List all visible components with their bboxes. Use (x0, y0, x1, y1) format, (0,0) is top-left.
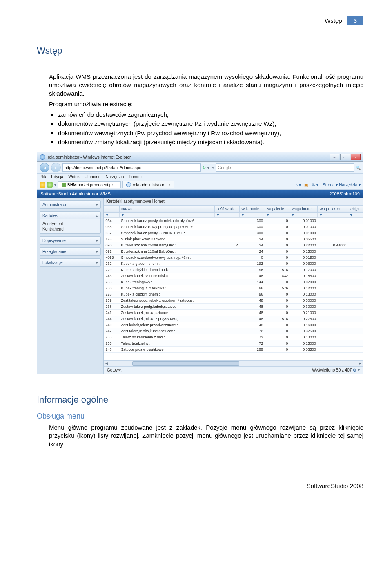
menu-item[interactable]: Edycja (51, 175, 63, 179)
tab-2[interactable]: rola administrator× (122, 181, 174, 188)
accordion-header[interactable]: Dopisywanie▾ (40, 237, 100, 244)
table-row[interactable]: 248Sztucce proste plastikowe :28800.0350… (104, 347, 363, 353)
page-number: 3 (347, 16, 363, 25)
table-row[interactable]: 230Kubek trening. z maskotką :965760.120… (104, 285, 363, 291)
sidebar: Administrator▾Kartoteki▴AsortymentKontra… (37, 198, 104, 374)
horizontal-scrollbar[interactable]: ◄► (104, 360, 363, 366)
list-item: dokumentów zmiany lokalizacji (przesunię… (58, 138, 363, 146)
window-titlebar: rola administrator - Windows Internet Ex… (37, 152, 363, 162)
accordion-header[interactable]: Lokalizacje▾ (40, 259, 100, 266)
address-bar[interactable] (62, 163, 201, 172)
sidebar-item[interactable]: Asortyment (42, 221, 98, 226)
search-icon[interactable]: ✕ (211, 166, 214, 170)
column-header[interactable]: Waga brutto (290, 206, 317, 213)
back-button[interactable]: ◄ (40, 163, 49, 172)
page-footer: SoftwareStudio 2008 (37, 481, 363, 489)
page-header: Wstęp 3 (37, 16, 363, 25)
add-favorite-icon[interactable] (47, 182, 53, 188)
menu-item[interactable]: Widok (68, 175, 80, 179)
status-right: Wyświetlono 50 z 407 ⚙ ▾ (312, 368, 360, 372)
table-row[interactable]: ~059Smoczek szerokootworowy ucz.trojp.+3… (104, 255, 363, 261)
print-icon[interactable]: 🖶 ▾ (311, 183, 318, 187)
column-header[interactable]: Objęt (348, 206, 363, 213)
app-user: 2008S\bhm109 (329, 191, 360, 196)
status-left: Gotowy. (107, 368, 122, 372)
table-row[interactable]: 239Zest.talerz podg.kubek z grz.dnem+szt… (104, 298, 363, 304)
maximize-button[interactable]: ▭ (340, 154, 350, 160)
table-row[interactable]: 247Zest.talerz,miska,kubek,sztucce :7200… (104, 328, 363, 334)
tab-bar: ▾ BHMmarket producent pr… rola administr… (37, 180, 363, 190)
heading-info: Informacje ogólne (37, 394, 363, 406)
filter-cell[interactable]: ▼ (239, 213, 265, 218)
close-button[interactable]: × (351, 154, 361, 160)
table-row[interactable]: 232Kubek z grzech. dnem :19200.06000 (104, 261, 363, 267)
filter-cell[interactable]: ▼ (120, 213, 215, 218)
list-item: zamówień do dostawców zagranicznych, (58, 111, 363, 119)
app-screenshot: rola administrator - Windows Internet Ex… (37, 152, 363, 374)
table-row[interactable]: 037Smoczek kaucz.prosty JUNIOR 18m+ :300… (104, 230, 363, 236)
table-row[interactable]: 236Talerz trójdzielny :7200.15000 (104, 340, 363, 347)
page-tools[interactable]: Strona ▾ Narzędzia ▾ (323, 183, 361, 187)
filter-cell[interactable]: ▼ (348, 213, 363, 218)
column-header[interactable] (104, 206, 120, 213)
table-row[interactable]: 233Kubek treningowy :14400.07000 (104, 279, 363, 285)
column-header[interactable]: W kartonie (239, 206, 265, 213)
heading-menu: Obsługa menu (37, 412, 363, 421)
column-header[interactable]: Ilość sztuk (215, 206, 240, 213)
feeds-icon[interactable]: ▣ (304, 183, 308, 187)
table-row[interactable]: 035Smoczek kauczukowy prosty do papek 6m… (104, 224, 363, 230)
ie-icon (40, 154, 45, 160)
menu-item[interactable]: Ulubione (85, 175, 100, 179)
table-row[interactable]: 128Śliniak plastikowy Babyono :2400.0550… (104, 236, 363, 242)
menu-item[interactable]: Narzędzia (105, 175, 124, 179)
accordion-header[interactable]: Administrator▾ (40, 201, 100, 208)
window-title: rola administrator - Windows Internet Ex… (48, 155, 327, 159)
paragraph-list-intro: Program umożliwia rejestrację: (49, 100, 363, 108)
forward-button[interactable]: ► (51, 163, 61, 172)
filter-cell[interactable]: ▼ (290, 213, 317, 218)
accordion-header[interactable]: Kartoteki▴ (40, 212, 100, 219)
minimize-button[interactable]: – (330, 154, 339, 160)
favorites-icon[interactable] (40, 182, 45, 188)
table-row[interactable]: 243Zestaw kubek sztucce miska :484320.18… (104, 273, 363, 279)
sidebar-item[interactable]: Kontrahenci (42, 226, 98, 232)
home-icon[interactable]: ⌂ ▾ (296, 183, 301, 187)
filter-cell[interactable]: ▼ (265, 213, 290, 218)
column-header[interactable]: Waga TOTAL (318, 206, 348, 213)
table-row[interactable]: 228Kubek z ciężkim dnem :9600.13000 (104, 291, 363, 298)
list-item: dokumentów zewnętrznych (przyjęcie zewnę… (58, 120, 363, 128)
table-row[interactable]: 235Talerz do karmienia z rękí :7200.1300… (104, 334, 363, 340)
menu-item[interactable]: Pomoc (129, 175, 141, 179)
column-header[interactable]: Na palecie (265, 206, 290, 213)
search-box[interactable] (216, 163, 354, 172)
table-header-row: NazwaIlość sztukW kartonieNa palecieWaga… (104, 206, 363, 213)
table-row[interactable]: 244Zestaw kubek,miska z przyssawką :4857… (104, 316, 363, 322)
menu-item[interactable]: Plik (40, 175, 46, 179)
grid-title: Kartoteki asortymentowe Hornet (104, 198, 363, 205)
bullet-list: zamówień do dostawców zagranicznych,doku… (58, 111, 363, 146)
heading-wstep: Wstęp (37, 45, 363, 57)
table-row[interactable]: 241Zestaw kubek,miska,sztucce :4800.2100… (104, 310, 363, 316)
list-item: dokumentów wewnętrznych (Pw przychód wew… (58, 129, 363, 137)
tab-1[interactable]: BHMmarket producent pr… (58, 181, 121, 188)
table-row[interactable]: 240Zest.kubek,talerz przeciw.sztucce :48… (104, 322, 363, 328)
header-label: Wstęp (325, 17, 342, 24)
table-row[interactable]: 229Kubek z ciężkim dnem i podz. :965760.… (104, 267, 363, 273)
table-row[interactable]: 090Butelka szklana 250ml BabyOno :22400.… (104, 242, 363, 249)
table-row[interactable]: 238Zestaw talerz podg.kubek,sztucce :480… (104, 304, 363, 310)
filter-cell[interactable]: ▼ (318, 213, 348, 218)
paragraph-menu: Menu główne programu zbudowane jest z za… (49, 423, 363, 448)
status-bar: Gotowy. Wyświetlono 50 z 407 ⚙ ▾ (104, 366, 363, 374)
filter-cell[interactable]: ▼ (104, 213, 120, 218)
column-header[interactable]: Nazwa (120, 206, 215, 213)
table-row[interactable]: 091Butelka szklana 110ml BabyOno :2400.1… (104, 249, 363, 255)
filter-cell[interactable]: ▼ (215, 213, 240, 218)
accordion-header[interactable]: Przeglądanie▾ (40, 248, 100, 255)
data-grid: NazwaIlość sztukW kartonieNa palecieWaga… (104, 205, 363, 360)
refresh-button[interactable]: ↻ (203, 166, 206, 170)
app-title: SoftwareStudio Administrator WMS (40, 191, 111, 196)
table-row[interactable]: 034Smoczek kaucz.prosty do mleka,do płyn… (104, 218, 363, 224)
menu-bar: PlikEdycjaWidokUlubioneNarzędziaPomoc (37, 174, 363, 180)
app-title-bar: SoftwareStudio Administrator WMS 2008S\b… (37, 190, 363, 198)
paragraph-intro: Aplikacja WMS przeznaczona jest do zarzą… (49, 73, 363, 98)
